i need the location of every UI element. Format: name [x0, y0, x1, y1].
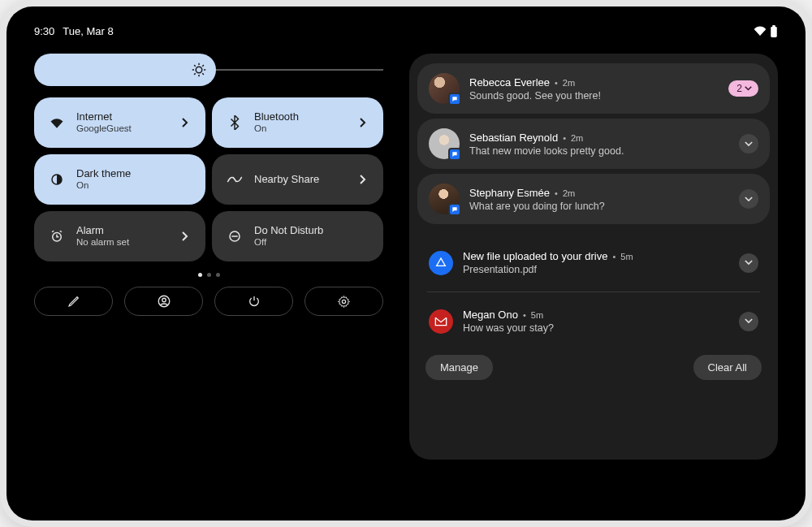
chevron-right-icon [178, 118, 192, 127]
svg-line-13 [52, 231, 54, 232]
tile-sub: Off [254, 237, 370, 248]
tile-label: Dark theme [76, 167, 192, 180]
svg-rect-1 [772, 25, 775, 27]
page-indicator [34, 273, 383, 277]
expand-icon[interactable] [739, 253, 758, 273]
svg-rect-0 [771, 26, 777, 37]
chevron-right-icon [178, 231, 192, 241]
notification-body: How was your stay? [463, 322, 729, 334]
battery-icon [770, 25, 778, 37]
svg-point-18 [162, 298, 166, 302]
gmail-icon [429, 309, 453, 334]
nearby-share-icon [225, 175, 244, 184]
expand-icon[interactable] [739, 312, 758, 331]
notification-title: Megan Ono [463, 309, 518, 321]
user-button[interactable] [124, 287, 203, 316]
divider [427, 292, 760, 292]
tile-bluetooth[interactable]: Bluetooth On [212, 97, 383, 148]
quick-settings-panel: Internet GoogleGuest Bluetooth [34, 54, 383, 460]
tile-label: Do Not Disturb [254, 224, 370, 237]
tile-dnd[interactable]: Do Not Disturb Off [212, 211, 383, 261]
settings-button[interactable] [304, 287, 383, 316]
clear-all-button[interactable]: Clear All [693, 355, 762, 380]
svg-point-2 [196, 67, 202, 73]
svg-point-19 [342, 300, 345, 303]
messages-app-badge-icon [448, 203, 461, 216]
tile-label: Internet [76, 110, 178, 123]
svg-line-7 [194, 65, 196, 67]
notification-item[interactable]: Rebecca Everlee • 2m Sounds good. See yo… [417, 63, 770, 114]
status-date: Tue, Mar 8 [63, 25, 113, 37]
notification-time: 2m [571, 133, 583, 143]
tile-sub: On [76, 180, 192, 192]
tile-internet[interactable]: Internet GoogleGuest [34, 97, 205, 148]
notification-time: 2m [563, 78, 575, 88]
notification-item[interactable]: Megan Ono • 5m How was your stay? [417, 297, 770, 345]
messages-app-badge-icon [448, 93, 461, 106]
expand-icon[interactable] [739, 134, 758, 153]
notification-body: That new movie looks pretty good. [469, 145, 729, 157]
notification-item[interactable]: Sebastian Reynold • 2m That new movie lo… [417, 119, 770, 169]
notification-title: Sebastian Reynold [469, 132, 558, 144]
svg-line-14 [60, 231, 62, 232]
tile-sub: No alarm set [76, 237, 178, 248]
notification-panel: Rebecca Everlee • 2m Sounds good. See yo… [409, 54, 778, 460]
do-not-disturb-icon [225, 229, 244, 244]
notification-title: Rebecca Everlee [469, 76, 550, 89]
notification-title: Stephany Esmée [469, 187, 550, 199]
tile-dark-theme[interactable]: Dark theme On [34, 154, 205, 205]
alarm-icon [47, 229, 67, 244]
drive-icon [429, 251, 453, 275]
notification-title: New file uploaded to your drive [463, 250, 608, 262]
tablet-frame: 9:30 Tue, Mar 8 [0, 0, 812, 527]
wifi-icon [754, 26, 767, 36]
notification-time: 2m [563, 188, 575, 198]
svg-line-8 [202, 73, 204, 75]
tile-sub: On [254, 123, 356, 135]
screen: 9:30 Tue, Mar 8 [6, 6, 806, 521]
svg-line-9 [194, 73, 196, 75]
notification-body: Presentation.pdf [463, 264, 729, 275]
notification-item[interactable]: New file uploaded to your drive • 5m Pre… [417, 239, 770, 287]
brightness-slider[interactable] [34, 54, 383, 86]
notification-count-badge[interactable]: 2 [728, 80, 758, 97]
notification-body: What are you doing for lunch? [469, 201, 729, 212]
chevron-right-icon [356, 175, 370, 184]
avatar [429, 73, 460, 104]
bluetooth-icon [225, 115, 244, 130]
dark-theme-icon [47, 172, 67, 187]
expand-icon[interactable] [739, 189, 758, 209]
edit-button[interactable] [34, 287, 113, 316]
tile-sub: GoogleGuest [76, 123, 178, 135]
status-time: 9:30 [34, 25, 54, 37]
notification-time: 5m [620, 252, 633, 261]
tile-alarm[interactable]: Alarm No alarm set [34, 211, 205, 261]
chevron-right-icon [356, 118, 370, 127]
tile-label: Bluetooth [254, 110, 356, 123]
avatar [429, 184, 460, 214]
brightness-icon [192, 63, 206, 77]
status-bar: 9:30 Tue, Mar 8 [34, 21, 778, 41]
notification-body: Sounds good. See you there! [469, 90, 719, 102]
wifi-icon [47, 117, 67, 128]
tile-label: Nearby Share [254, 173, 356, 186]
notification-item[interactable]: Stephany Esmée • 2m What are you doing f… [417, 174, 770, 224]
tile-nearby-share[interactable]: Nearby Share [212, 154, 383, 205]
manage-button[interactable]: Manage [425, 355, 493, 380]
notification-time: 5m [531, 310, 543, 320]
tile-label: Alarm [76, 224, 178, 237]
svg-line-10 [202, 65, 204, 67]
messages-app-badge-icon [448, 148, 461, 161]
avatar [429, 128, 460, 159]
power-button[interactable] [214, 287, 293, 316]
